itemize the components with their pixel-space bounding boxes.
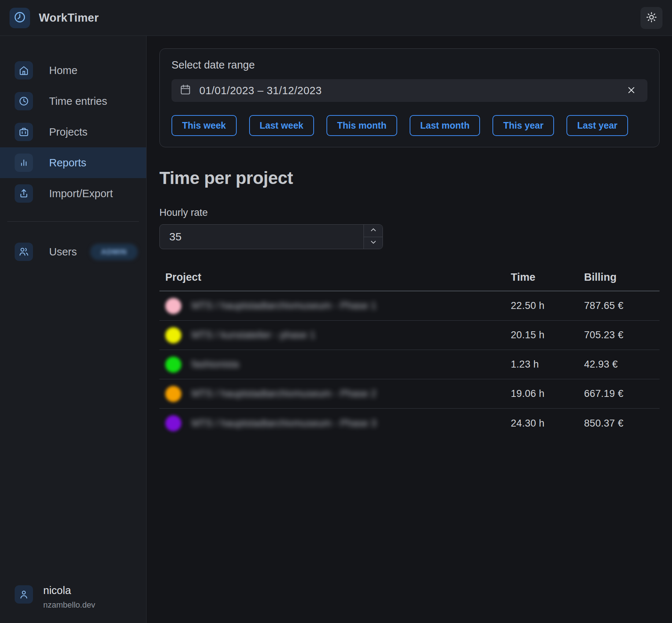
time-cell: 24.30 h bbox=[511, 418, 584, 429]
time-cell: 19.06 h bbox=[511, 388, 584, 399]
sidebar-item-import-export[interactable]: Import/Export bbox=[0, 178, 146, 209]
clock-icon bbox=[14, 11, 26, 25]
quick-range-buttons: This week Last week This month Last mont… bbox=[171, 115, 647, 136]
this-month-button[interactable]: This month bbox=[326, 115, 397, 136]
top-header: WorkTimer bbox=[0, 0, 672, 36]
billing-cell: 850.37 € bbox=[584, 418, 660, 429]
app-title: WorkTimer bbox=[39, 11, 99, 25]
last-year-button[interactable]: Last year bbox=[566, 115, 628, 136]
main-panel: Select date range 01/01/2023 – 31/12/202… bbox=[147, 36, 672, 623]
project-cell: MTS / kunstatelier - phase 1 bbox=[165, 327, 511, 343]
rate-decrement-button[interactable] bbox=[364, 237, 383, 249]
table-row: MTS / hauptstadtarchivmuseum - Phase 3 2… bbox=[159, 409, 660, 438]
chevron-down-icon bbox=[369, 238, 377, 248]
time-per-project-table: Project Time Billing MTS / hauptstadtarc… bbox=[159, 269, 660, 438]
project-name-blurred: MTS / hauptstadtarchivmuseum - Phase 1 bbox=[192, 300, 376, 312]
sidebar-item-label: Users bbox=[49, 246, 77, 258]
project-color-dot bbox=[165, 327, 181, 343]
upload-icon bbox=[15, 184, 33, 203]
project-color-dot bbox=[165, 415, 181, 431]
home-icon bbox=[15, 61, 33, 80]
time-cell: 1.23 h bbox=[511, 359, 584, 370]
admin-badge: ADMIN bbox=[90, 244, 138, 260]
table-row: MTS / kunstatelier - phase 1 20.15 h 705… bbox=[159, 321, 660, 350]
this-year-button[interactable]: This year bbox=[492, 115, 554, 136]
table-header-row: Project Time Billing bbox=[159, 269, 660, 291]
billing-cell: 42.93 € bbox=[584, 359, 660, 370]
project-cell: MTS / hauptstadtarchivmuseum - Phase 1 bbox=[165, 298, 511, 314]
sidebar-item-time-entries[interactable]: Time entries bbox=[0, 86, 146, 117]
current-user-texts: nicola nzambello.dev bbox=[43, 585, 95, 610]
sidebar-item-reports[interactable]: Reports bbox=[0, 147, 146, 178]
theme-toggle-button[interactable] bbox=[640, 7, 662, 29]
content-area: Home Time entries Proj bbox=[0, 36, 672, 623]
project-name-blurred: MTS / hauptstadtarchivmuseum - Phase 2 bbox=[192, 388, 376, 399]
clear-date-button[interactable] bbox=[623, 82, 639, 99]
table-row: MTS / hauptstadtarchivmuseum - Phase 1 2… bbox=[159, 291, 660, 321]
current-user-domain: nzambello.dev bbox=[43, 600, 95, 610]
project-cell: fashionista bbox=[165, 357, 511, 373]
rate-increment-button[interactable] bbox=[364, 225, 383, 237]
last-month-button[interactable]: Last month bbox=[410, 115, 480, 136]
person-icon bbox=[15, 585, 33, 604]
date-range-input[interactable]: 01/01/2023 – 31/12/2023 bbox=[171, 79, 647, 102]
sidebar-item-label: Import/Export bbox=[49, 188, 113, 200]
calendar-icon bbox=[180, 84, 191, 97]
bar-chart-icon bbox=[15, 154, 33, 172]
sidebar-item-label: Home bbox=[49, 64, 77, 77]
x-icon bbox=[626, 85, 636, 96]
date-range-card: Select date range 01/01/2023 – 31/12/202… bbox=[159, 48, 660, 147]
table-row: fashionista 1.23 h 42.93 € bbox=[159, 350, 660, 379]
this-week-button[interactable]: This week bbox=[171, 115, 237, 136]
time-cell: 20.15 h bbox=[511, 329, 584, 341]
sidebar-item-users[interactable]: Users ADMIN bbox=[0, 236, 146, 267]
briefcase-icon bbox=[15, 123, 33, 141]
current-user[interactable]: nicola nzambello.dev bbox=[15, 585, 95, 610]
billing-cell: 787.65 € bbox=[584, 300, 660, 312]
date-range-value: 01/01/2023 – 31/12/2023 bbox=[199, 85, 322, 97]
app-window: WorkTimer bbox=[0, 0, 672, 623]
project-color-dot bbox=[165, 357, 181, 373]
current-user-name: nicola bbox=[43, 585, 95, 597]
app-logo bbox=[10, 8, 30, 28]
sidebar-item-home[interactable]: Home bbox=[0, 55, 146, 86]
project-cell: MTS / hauptstadtarchivmuseum - Phase 2 bbox=[165, 386, 511, 402]
column-header-time: Time bbox=[511, 271, 584, 283]
billing-cell: 667.19 € bbox=[584, 388, 660, 399]
time-cell: 22.50 h bbox=[511, 300, 584, 312]
clock-icon bbox=[15, 92, 33, 110]
sidebar: Home Time entries Proj bbox=[0, 36, 147, 623]
column-header-project: Project bbox=[165, 271, 511, 283]
project-name-blurred: MTS / hauptstadtarchivmuseum - Phase 3 bbox=[192, 418, 376, 429]
billing-cell: 705.23 € bbox=[584, 329, 660, 341]
last-week-button[interactable]: Last week bbox=[249, 115, 314, 136]
column-header-billing: Billing bbox=[584, 271, 660, 283]
chevron-up-icon bbox=[369, 226, 377, 235]
sidebar-item-label: Time entries bbox=[49, 95, 107, 107]
hourly-rate-input[interactable]: 35 bbox=[159, 224, 383, 249]
project-color-dot bbox=[165, 386, 181, 402]
hourly-rate-steppers bbox=[363, 225, 383, 249]
hourly-rate-label: Hourly rate bbox=[159, 207, 660, 218]
page-title: Time per project bbox=[159, 168, 660, 188]
table-row: MTS / hauptstadtarchivmuseum - Phase 2 1… bbox=[159, 379, 660, 409]
users-icon bbox=[15, 243, 33, 261]
project-color-dot bbox=[165, 298, 181, 314]
date-range-label: Select date range bbox=[171, 59, 647, 71]
project-cell: MTS / hauptstadtarchivmuseum - Phase 3 bbox=[165, 415, 511, 431]
project-name-blurred: fashionista bbox=[192, 359, 239, 370]
sidebar-item-label: Projects bbox=[49, 126, 88, 138]
project-name-blurred: MTS / kunstatelier - phase 1 bbox=[192, 329, 315, 341]
sidebar-item-projects[interactable]: Projects bbox=[0, 117, 146, 147]
sun-icon bbox=[646, 12, 657, 24]
sidebar-divider bbox=[7, 221, 139, 222]
hourly-rate-value: 35 bbox=[160, 225, 363, 249]
sidebar-item-label: Reports bbox=[49, 157, 86, 169]
